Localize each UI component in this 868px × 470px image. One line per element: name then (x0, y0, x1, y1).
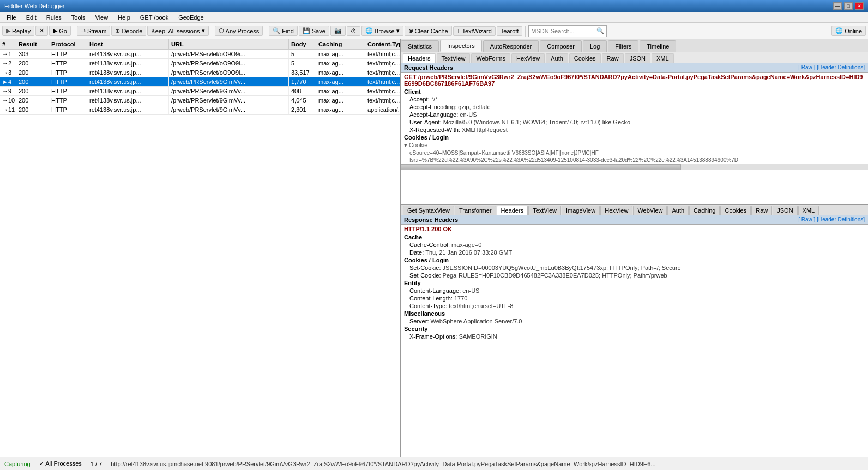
response-header-bar: Response Headers [ Raw ] [Header Definit… (401, 215, 868, 225)
resp-group-title: Security (401, 325, 868, 333)
response-groups: CacheCache-Control: max-age=0Date: Thu, … (401, 233, 868, 340)
cell-5: 5 (289, 59, 316, 68)
resp-header-item: Content-Length: 1770 (401, 294, 868, 302)
request-scrollbar[interactable] (401, 164, 868, 170)
stop-button[interactable]: ✕ (35, 26, 48, 36)
cell-5: 408 (289, 87, 316, 95)
menu-item-file[interactable]: File (2, 13, 21, 22)
col-header-host: Host (87, 39, 169, 49)
resp-tab-auth[interactable]: Auth (667, 206, 689, 215)
cookie-toggle[interactable]: ▾ Cookie (404, 142, 427, 148)
req-tab-xml[interactable]: XML (652, 53, 674, 63)
top-tab-statistics[interactable]: Statistics (401, 40, 439, 52)
table-row[interactable]: →9200HTTPret4138v.svr.us.jp.../prweb/PRS… (0, 87, 400, 96)
menu-item-rules[interactable]: Rules (42, 13, 66, 22)
inspector-area: HeadersTextViewWebFormsHexViewAuthCookie… (401, 52, 868, 457)
any-process-button[interactable]: ⬡ Any Process (215, 26, 263, 36)
top-tab-composer[interactable]: Composer (540, 40, 582, 52)
req-tab-auth[interactable]: Auth (546, 53, 568, 63)
screenshot-icon: 📷 (334, 27, 342, 34)
table-row[interactable]: →1303HTTPret4138v.svr.us.jp.../prweb/PRS… (0, 50, 400, 59)
screenshot-button[interactable]: 📷 (330, 26, 346, 36)
menu-item-edit[interactable]: Edit (22, 13, 41, 22)
resp-tab-webview[interactable]: WebView (633, 206, 667, 215)
menu-item-help[interactable]: Help (113, 13, 135, 22)
req-tab-cookies[interactable]: Cookies (569, 53, 601, 63)
find-button[interactable]: 🔍 Find (269, 26, 297, 36)
resp-tab-transformer[interactable]: Transformer (455, 206, 496, 215)
table-row[interactable]: →3200HTTPret4138v.svr.us.jp.../prweb/PRS… (0, 68, 400, 77)
cell-4: /prweb/PRServlet/9GimVv... (169, 77, 289, 86)
resp-tab-xml[interactable]: XML (798, 206, 819, 215)
response-raw-link[interactable]: [ Raw ] [Header Definitions] (798, 216, 865, 223)
resp-header-item: Content-Type: text/html;charset=UTF-8 (401, 302, 868, 310)
maximize-button[interactable]: □ (844, 2, 853, 10)
req-tab-textview[interactable]: TextView (437, 53, 471, 63)
response-header-title: Response Headers (404, 216, 458, 223)
request-raw-link[interactable]: [ Raw ] [Header Definitions] (798, 64, 865, 71)
cell-3: ret4138v.svr.us.jp... (87, 77, 169, 86)
cell-6: max-ag... (316, 68, 365, 77)
top-tab-autoresponder[interactable]: AutoResponder (483, 40, 539, 52)
keep-button[interactable]: Keep: All sessions ▾ (147, 26, 208, 36)
all-processes-status: ✓ All Processes (39, 460, 82, 467)
keep-dropdown-icon: ▾ (202, 27, 205, 34)
cell-7: text/html;c... (365, 96, 400, 105)
request-scroll-thumb[interactable] (401, 164, 681, 170)
cell-4: /prweb/PRServlet/oO9O9i... (169, 68, 289, 77)
save-button[interactable]: 💾 Save (299, 26, 329, 36)
menu-item-view[interactable]: View (91, 13, 113, 22)
req-tab-json[interactable]: JSON (625, 53, 650, 63)
menu-item-getbook[interactable]: GET /book (136, 13, 173, 22)
search-icon: 🔍 (596, 27, 604, 34)
decode-label: Decode (122, 28, 142, 34)
resp-tab-get-syntaxview[interactable]: Get SyntaxView (403, 206, 454, 215)
table-row[interactable]: →2200HTTPret4138v.svr.us.jp.../prweb/PRS… (0, 59, 400, 68)
resp-tab-headers[interactable]: Headers (497, 206, 528, 215)
cell-2: HTTP (49, 77, 87, 86)
cell-1: 200 (16, 105, 49, 114)
resp-tab-raw[interactable]: Raw (751, 206, 772, 215)
timer-icon: ⏱ (351, 28, 357, 34)
req-tab-raw[interactable]: Raw (602, 53, 624, 63)
resp-tab-caching[interactable]: Caching (689, 206, 720, 215)
resp-tab-hexview[interactable]: HexView (600, 206, 632, 215)
replay-button[interactable]: ▶ Replay (2, 26, 34, 36)
cell-0: ►4 (0, 77, 16, 86)
go-button[interactable]: ▶ Go (49, 26, 71, 36)
top-tab-inspectors[interactable]: Inspectors (440, 40, 482, 52)
online-icon: 🌐 (835, 27, 843, 34)
resp-tab-textview[interactable]: TextView (528, 206, 561, 215)
req-tab-webforms[interactable]: WebForms (471, 53, 510, 63)
table-row[interactable]: →11200HTTPret4138v.svr.us.jp.../prweb/PR… (0, 105, 400, 115)
browse-button[interactable]: 🌐 Browse ▾ (361, 26, 403, 36)
top-tab-timeline[interactable]: Timeline (640, 40, 676, 52)
clear-cache-button[interactable]: ⊗ Clear Cache (405, 26, 452, 36)
req-tab-headers[interactable]: Headers (403, 53, 436, 63)
resp-tab-json[interactable]: JSON (773, 206, 797, 215)
table-row[interactable]: ►4200HTTPret4138v.svr.us.jp.../prweb/PRS… (0, 77, 400, 87)
cell-4: /prweb/PRServlet/9GimVv... (169, 105, 289, 114)
menu-item-tools[interactable]: Tools (67, 13, 90, 22)
decode-button[interactable]: ⊕ Decode (111, 26, 146, 36)
timer-button[interactable]: ⏱ (347, 26, 360, 36)
clear-cache-label: Clear Cache (415, 28, 448, 34)
online-button[interactable]: 🌐 Online (831, 26, 866, 36)
resp-tab-imageview[interactable]: ImageView (562, 206, 600, 215)
text-wizard-button[interactable]: T TextWizard (453, 26, 496, 36)
cell-3: ret4138v.svr.us.jp... (87, 50, 169, 58)
table-row[interactable]: →10200HTTPret4138v.svr.us.jp.../prweb/PR… (0, 96, 400, 105)
search-input[interactable] (531, 28, 596, 34)
top-tab-log[interactable]: Log (583, 40, 607, 52)
minimize-button[interactable]: — (833, 2, 842, 10)
req-tab-hexview[interactable]: HexView (511, 53, 545, 63)
stream-button[interactable]: ⇢ Stream (77, 26, 110, 36)
top-tab-filters[interactable]: Filters (608, 40, 638, 52)
tearoff-button[interactable]: Tearoff (497, 26, 522, 36)
app-title: Fiddler Web Debugger (4, 3, 64, 9)
resp-tab-cookies[interactable]: Cookies (720, 206, 751, 215)
cell-1: 200 (16, 96, 49, 105)
find-label: Find (282, 28, 293, 34)
close-button[interactable]: ✕ (855, 2, 864, 10)
menu-item-geoedge[interactable]: GeoEdge (174, 13, 208, 22)
